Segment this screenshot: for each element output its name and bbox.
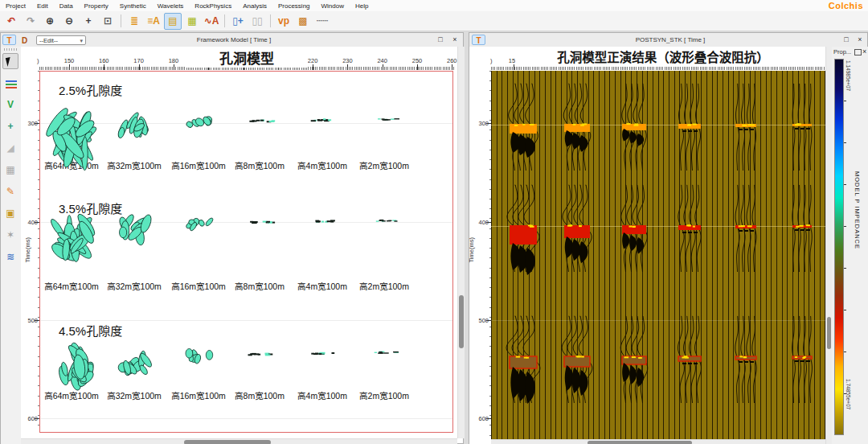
fit-view-icon[interactable]: ⊡	[99, 13, 117, 30]
add-panel-icon[interactable]: ▯+	[229, 13, 247, 30]
seismic-event-group	[792, 316, 813, 403]
close-icon[interactable]: ×	[854, 35, 866, 45]
snap-icon[interactable]: ▣	[2, 205, 18, 221]
one-d-model-icon[interactable]: ┄┄	[313, 13, 331, 30]
left-time-axis-label: Time(ms)	[24, 231, 31, 263]
grid-line	[40, 418, 452, 419]
colorbar-axis-label: MODEL P IMPEDANCE	[854, 171, 861, 249]
undo-icon[interactable]: ↶	[2, 13, 20, 30]
cursor-icon[interactable]	[2, 53, 18, 69]
star-off-icon[interactable]: ✶	[2, 227, 18, 243]
maximize-icon[interactable]: □	[435, 35, 446, 45]
framework-model-window: T D --Edit-- ▾ Framework Model [ Time ] …	[0, 32, 464, 444]
left-hscroll-track[interactable]	[21, 438, 457, 444]
x-major-tick	[383, 64, 383, 70]
horizons-icon[interactable]	[2, 75, 18, 91]
left-vscroll-track[interactable]	[457, 47, 465, 438]
seismic-event-group	[622, 84, 646, 171]
interpolate-icon[interactable]: ◢	[2, 140, 18, 156]
right-hscroll-track[interactable]	[491, 439, 825, 444]
cave-size-label: 高16m宽100m	[167, 389, 230, 401]
curve-label-icon[interactable]: ∿A	[203, 13, 220, 30]
left-vscroll-thumb[interactable]	[459, 295, 464, 348]
menu-item-data[interactable]: Data	[54, 1, 79, 11]
seismic-event-group	[507, 185, 539, 275]
close-icon[interactable]: ×	[449, 35, 461, 45]
mirror-panel-icon[interactable]: ▯▯	[248, 13, 266, 30]
x-major-tick	[69, 64, 70, 70]
seismic-event-group	[735, 84, 756, 171]
colorbar-tick	[844, 352, 846, 352]
well-path-icon[interactable]: +	[2, 118, 18, 134]
menu-item-rockphysics[interactable]: RockPhysics	[189, 1, 237, 11]
seismic-plot-area[interactable]: 孔洞模型正演结果（波形叠合波阻抗）)150300400500600Time(ms…	[469, 47, 825, 444]
horizon-list-icon[interactable]: ≣	[125, 13, 143, 30]
x-tick-label: 180	[162, 57, 186, 64]
curves-icon[interactable]: V	[2, 97, 18, 113]
cave-size-label: 高32m宽100m	[103, 389, 166, 401]
prop-panel-title: Prop...	[833, 48, 851, 56]
property-fill-icon[interactable]: ▦	[183, 13, 201, 30]
x-major-tick	[313, 64, 313, 70]
menu-item-property[interactable]: Property	[79, 1, 114, 11]
seismic-events-drawing	[491, 71, 825, 439]
toolcol-grip[interactable]	[4, 48, 17, 51]
pencil-icon[interactable]: ✎	[2, 183, 18, 199]
menu-item-synthetic[interactable]: Synthetic	[114, 1, 152, 11]
menu-item-help[interactable]: Help	[350, 1, 374, 11]
edit-mode-dropdown[interactable]: --Edit-- ▾	[36, 35, 86, 45]
x-major-tick	[174, 64, 174, 70]
color-grid-icon[interactable]: ▩	[294, 13, 312, 30]
right-window-titlebar: T POSTSYN_STK [ Time ] □ ×	[469, 33, 867, 47]
seismic-event-group	[506, 316, 540, 404]
x-tick-label: 160	[92, 57, 116, 64]
menu-item-wavelets[interactable]: Wavelets	[152, 1, 190, 11]
right-vscroll-thumb[interactable]	[827, 317, 831, 349]
colorbar-tick	[844, 142, 846, 143]
grid-icon[interactable]: ▦	[2, 162, 18, 178]
separator-2	[224, 14, 225, 27]
porosity-section-heading: 2.5%孔隙度	[59, 81, 122, 98]
seismic-event-group	[678, 84, 701, 171]
close-icon[interactable]: ×	[862, 48, 866, 55]
log-display-icon[interactable]: ▤	[164, 13, 182, 30]
left-tool-column: V+◢▦✎▣✶≋	[1, 47, 22, 444]
undock-icon[interactable]	[854, 49, 862, 56]
zoom-in-icon[interactable]: ⊕	[41, 13, 59, 30]
cave-size-label: 高16m宽100m	[167, 159, 230, 171]
menu-item-edit[interactable]: Edit	[31, 1, 54, 11]
menu-item-analysis[interactable]: Analysis	[237, 1, 272, 11]
time-tab-button[interactable]: T	[472, 35, 485, 45]
stack-icon[interactable]: ≋	[2, 249, 18, 265]
colorbar-tick	[844, 310, 846, 310]
application-window: ProjectEditDataPropertySyntheticWavelets…	[0, 0, 868, 444]
seismic-section[interactable]	[491, 71, 825, 439]
menu-item-project[interactable]: Project	[0, 1, 31, 11]
menu-item-processing[interactable]: Processing	[272, 1, 316, 11]
redo-icon[interactable]: ↷	[22, 13, 39, 30]
zoom-out-icon[interactable]: ⊖	[60, 13, 78, 30]
grid-line	[40, 320, 452, 321]
model-frame	[39, 71, 453, 433]
time-tab-button[interactable]: T	[2, 35, 16, 45]
menu-item-window[interactable]: Window	[316, 1, 350, 11]
vp-tool-icon[interactable]: vp	[275, 13, 293, 30]
maximize-icon[interactable]: □	[841, 35, 852, 45]
left-hscroll-thumb[interactable]	[184, 440, 271, 444]
seismic-event-group	[735, 316, 756, 403]
right-x-ruler	[491, 65, 825, 70]
porosity-section-heading: 4.5%孔隙度	[59, 322, 122, 339]
seismic-event-group	[620, 316, 648, 403]
model-plot-area[interactable]: 孔洞模型)15016017018019020021022023024025026…	[21, 47, 457, 438]
x-major-tick	[104, 64, 104, 70]
right-hscroll-thumb[interactable]	[588, 441, 692, 444]
x-tick-label: 170	[127, 57, 151, 64]
right-vscroll-track[interactable]	[825, 47, 832, 444]
cave-size-label: 高32m宽100m	[103, 280, 166, 292]
colorbar-tick	[844, 226, 846, 227]
seismic-event-group	[509, 84, 538, 171]
chevron-down-icon: ▾	[80, 36, 83, 45]
depth-tab-button[interactable]: D	[18, 35, 31, 45]
crosshair-icon[interactable]: +	[80, 13, 97, 30]
horizon-label-icon[interactable]: ≡A	[145, 13, 162, 30]
